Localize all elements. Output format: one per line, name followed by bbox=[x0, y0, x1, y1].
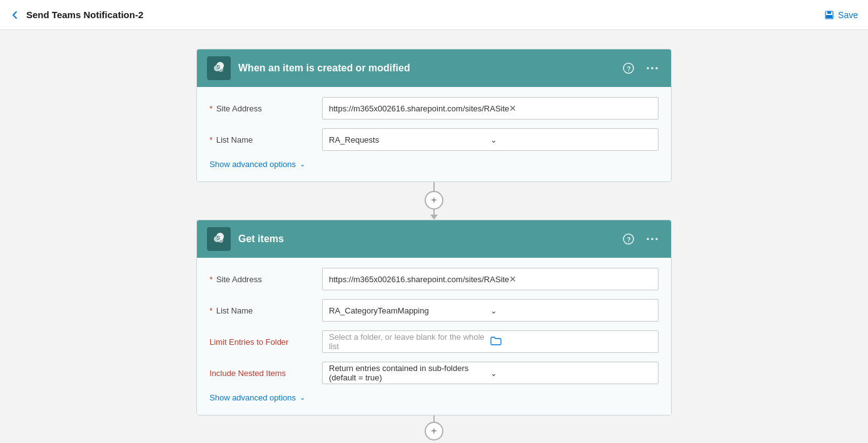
svg-point-19 bbox=[651, 238, 654, 240]
field-label-limit-folder: Limit Entries to Folder bbox=[209, 337, 322, 347]
sharepoint-icon-2: S bbox=[211, 230, 226, 248]
svg-point-9 bbox=[647, 67, 649, 69]
canvas: S When an item is created or modified ? bbox=[0, 30, 868, 443]
sharepoint-icon-1: S bbox=[211, 59, 226, 77]
step-header-actions-2: ? bbox=[620, 230, 661, 248]
field-input-list-name-2[interactable]: RA_CategoryTeamMapping ⌄ bbox=[322, 299, 659, 322]
save-button[interactable]: Save bbox=[824, 10, 858, 20]
field-input-list-name-1[interactable]: RA_Requests ⌄ bbox=[322, 128, 659, 151]
connector-1: + bbox=[425, 182, 443, 220]
save-label: Save bbox=[838, 10, 858, 20]
connector-line-top-1 bbox=[433, 182, 435, 191]
field-input-nested-items[interactable]: Return entries contained in sub-folders … bbox=[322, 362, 659, 384]
svg-point-11 bbox=[655, 67, 658, 69]
field-value-nested-items: Return entries contained in sub-folders … bbox=[329, 364, 490, 382]
field-input-site-address-2[interactable]: https://m365x002616.sharepoint.com/sites… bbox=[322, 268, 659, 290]
field-value-list-name-1: RA_Requests bbox=[329, 135, 490, 145]
show-advanced-button-1[interactable]: Show advanced options ⌄ bbox=[209, 160, 305, 169]
step-icon-wrapper-2: S bbox=[207, 227, 231, 251]
back-button[interactable] bbox=[10, 10, 20, 20]
page-title: Send Teams Notification-2 bbox=[26, 9, 143, 20]
show-advanced-label-1: Show advanced options bbox=[209, 160, 296, 169]
svg-point-18 bbox=[647, 238, 649, 240]
field-row-nested-items: Include Nested Items Return entries cont… bbox=[209, 362, 659, 384]
help-button-1[interactable]: ? bbox=[620, 59, 637, 77]
chevron-icon-2: ⌄ bbox=[300, 394, 305, 402]
field-row-list-name-1: * List Name RA_Requests ⌄ bbox=[209, 128, 659, 151]
step-title-2: Get items bbox=[238, 233, 612, 245]
step-title-1: When an item is created or modified bbox=[238, 63, 612, 74]
add-step-button-1[interactable]: + bbox=[425, 191, 443, 210]
field-label-list-name-1: * List Name bbox=[209, 135, 322, 145]
arrow-down-1 bbox=[430, 215, 438, 220]
step-body-2: * Site Address https://m365x002616.share… bbox=[197, 258, 671, 415]
step-header-actions-1: ? bbox=[620, 59, 661, 77]
field-row-list-name-2: * List Name RA_CategoryTeamMapping ⌄ bbox=[209, 299, 659, 322]
step-body-1: * Site Address https://m365x002616.share… bbox=[197, 87, 671, 181]
dropdown-icon-list-2[interactable]: ⌄ bbox=[490, 306, 652, 315]
field-label-site-address-2: * Site Address bbox=[209, 275, 322, 284]
show-advanced-button-2[interactable]: Show advanced options ⌄ bbox=[209, 393, 305, 402]
connector-line-bot-1 bbox=[433, 210, 435, 215]
field-row-site-address-1: * Site Address https://m365x002616.share… bbox=[209, 97, 659, 120]
step-header-1: S When an item is created or modified ? bbox=[197, 49, 671, 87]
save-icon bbox=[824, 10, 834, 20]
connector-bottom: + bbox=[425, 415, 443, 440]
plus-icon-2: + bbox=[431, 425, 437, 437]
back-icon bbox=[10, 10, 20, 20]
field-label-nested-items: Include Nested Items bbox=[209, 369, 322, 378]
clear-icon-2[interactable]: ✕ bbox=[509, 274, 652, 284]
field-label-list-name-2: * List Name bbox=[209, 306, 322, 315]
chevron-icon-1: ⌄ bbox=[300, 160, 305, 168]
field-value-site-address-1: https://m365x002616.sharepoint.com/sites… bbox=[329, 104, 509, 113]
field-label-site-address-1: * Site Address bbox=[209, 104, 322, 113]
field-row-site-address-2: * Site Address https://m365x002616.share… bbox=[209, 268, 659, 290]
svg-rect-1 bbox=[827, 11, 831, 14]
topbar-left: Send Teams Notification-2 bbox=[10, 9, 143, 20]
svg-point-10 bbox=[651, 67, 654, 69]
more-button-2[interactable] bbox=[643, 230, 661, 248]
svg-text:?: ? bbox=[627, 66, 631, 73]
topbar: Send Teams Notification-2 Save bbox=[0, 0, 868, 30]
dropdown-icon-list-1[interactable]: ⌄ bbox=[490, 135, 652, 145]
connector-line-bottom bbox=[433, 415, 435, 422]
more-button-1[interactable] bbox=[643, 59, 661, 77]
field-input-limit-folder[interactable]: Select a folder, or leave blank for the … bbox=[322, 330, 659, 353]
field-value-list-name-2: RA_CategoryTeamMapping bbox=[329, 306, 490, 315]
field-value-site-address-2: https://m365x002616.sharepoint.com/sites… bbox=[329, 275, 509, 284]
clear-icon-1[interactable]: ✕ bbox=[509, 103, 652, 113]
step-header-2: S Get items ? bbox=[197, 220, 671, 258]
show-advanced-label-2: Show advanced options bbox=[209, 393, 296, 402]
plus-icon-1: + bbox=[431, 195, 437, 206]
field-input-site-address-1[interactable]: https://m365x002616.sharepoint.com/sites… bbox=[322, 97, 659, 120]
svg-point-20 bbox=[655, 238, 658, 240]
help-button-2[interactable]: ? bbox=[620, 230, 637, 248]
step-card-2: S Get items ? bbox=[196, 220, 672, 415]
field-row-limit-folder: Limit Entries to Folder Select a folder,… bbox=[209, 330, 659, 353]
step-card-1: S When an item is created or modified ? bbox=[196, 49, 672, 182]
dropdown-icon-nested[interactable]: ⌄ bbox=[490, 369, 652, 378]
add-step-button-2[interactable]: + bbox=[425, 422, 443, 440]
folder-icon[interactable] bbox=[490, 337, 652, 347]
svg-rect-2 bbox=[826, 15, 832, 18]
svg-text:?: ? bbox=[627, 237, 631, 243]
field-placeholder-limit-folder: Select a folder, or leave blank for the … bbox=[329, 332, 490, 351]
step-icon-wrapper-1: S bbox=[207, 56, 231, 80]
